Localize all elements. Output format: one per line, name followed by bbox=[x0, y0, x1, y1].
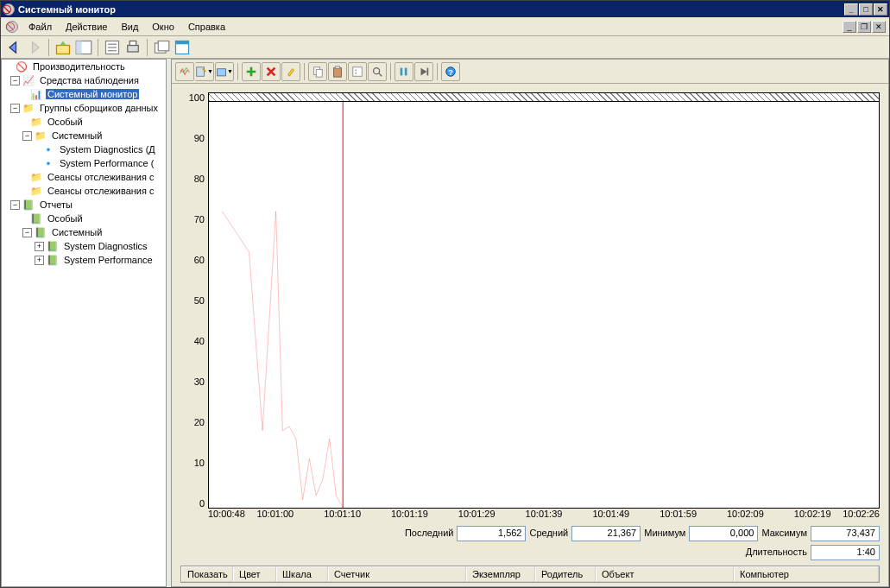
svg-rect-26 bbox=[427, 67, 429, 75]
tree-custom-1[interactable]: 📁 Особый bbox=[2, 115, 166, 129]
col-counter[interactable]: Счетчик bbox=[328, 566, 466, 582]
svg-rect-16 bbox=[316, 69, 322, 77]
new-window-button[interactable] bbox=[152, 38, 171, 57]
tree-root[interactable]: 🚫 Производительность bbox=[2, 60, 166, 73]
menu-help[interactable]: Справка bbox=[181, 20, 232, 34]
tree-system-1[interactable]: − 📁 Системный bbox=[2, 129, 166, 142]
view-log-button[interactable]: ▼ bbox=[195, 62, 214, 81]
collapse-icon[interactable]: − bbox=[22, 131, 32, 141]
stats-row-1: Последний 1,562 Средний 21,367 Минимум 0… bbox=[180, 524, 880, 543]
expand-icon[interactable]: + bbox=[35, 242, 44, 251]
svg-rect-8 bbox=[129, 41, 136, 45]
col-show[interactable]: Показать bbox=[181, 566, 233, 582]
tree-sys-perf-2[interactable]: + 📗 System Performance bbox=[2, 253, 166, 267]
freeze-button[interactable] bbox=[395, 62, 413, 81]
col-computer[interactable]: Компьютер bbox=[734, 566, 879, 582]
print-button[interactable] bbox=[123, 38, 142, 57]
menu-action[interactable]: Действие bbox=[59, 20, 114, 34]
max-value: 73,437 bbox=[811, 526, 880, 541]
menubar: Файл Действие Вид Окно Справка _ ❐ ✕ bbox=[1, 17, 889, 36]
duration-value: 1:40 bbox=[811, 545, 880, 560]
mdi-restore-button[interactable]: ❐ bbox=[857, 21, 871, 33]
svg-rect-19 bbox=[353, 66, 363, 76]
svg-rect-2 bbox=[76, 41, 81, 54]
tree-custom-2[interactable]: 📗 Особый bbox=[2, 212, 166, 225]
menu-window[interactable]: Окно bbox=[145, 20, 181, 34]
tree-panel[interactable]: 🚫 Производительность − 📈 Средства наблюд… bbox=[1, 59, 167, 587]
chart-toolbar: ▼ ▼ ? bbox=[172, 60, 888, 84]
col-color[interactable]: Цвет bbox=[233, 566, 276, 582]
tree-sys-perf-1[interactable]: 🔹 System Performance ( bbox=[2, 156, 166, 170]
svg-line-23 bbox=[379, 73, 382, 76]
collapse-icon[interactable]: − bbox=[10, 200, 20, 210]
svg-rect-12 bbox=[176, 41, 189, 44]
tree-trace-1[interactable]: 📁 Сеансы отслеживания с bbox=[2, 170, 166, 184]
remove-counter-button[interactable] bbox=[262, 62, 281, 81]
tree-collector-groups[interactable]: − 📁 Группы сборщиков данных bbox=[2, 101, 166, 115]
collapse-icon[interactable]: − bbox=[22, 228, 32, 237]
update-button[interactable] bbox=[414, 62, 433, 81]
highlight-button[interactable] bbox=[281, 62, 300, 81]
up-button[interactable] bbox=[54, 38, 73, 57]
avg-label: Средний bbox=[529, 526, 568, 541]
col-parent[interactable]: Родитель bbox=[535, 566, 596, 582]
maximize-button[interactable]: □ bbox=[859, 3, 873, 16]
svg-rect-17 bbox=[334, 67, 342, 77]
tree-sys-diag-2[interactable]: + 📗 System Diagnostics bbox=[2, 239, 166, 253]
menu-file[interactable]: Файл bbox=[22, 20, 59, 34]
refresh-button[interactable] bbox=[173, 38, 192, 57]
window-title: Системный монитор bbox=[18, 4, 844, 15]
folder-icon: 📁 bbox=[29, 185, 43, 197]
svg-point-20 bbox=[355, 69, 357, 71]
properties-button[interactable] bbox=[103, 38, 122, 57]
reports-icon: 📗 bbox=[22, 199, 35, 211]
tree-reports[interactable]: − 📗 Отчеты bbox=[2, 198, 166, 212]
reports-icon: 📗 bbox=[34, 226, 47, 238]
copy-button[interactable] bbox=[308, 62, 327, 81]
stats-row-2: Длительность 1:40 bbox=[180, 543, 880, 562]
menu-view[interactable]: Вид bbox=[114, 20, 145, 34]
mdi-minimize-button[interactable]: _ bbox=[843, 21, 856, 33]
show-hide-tree-button[interactable] bbox=[74, 38, 93, 57]
main-area: 🚫 Производительность − 📈 Средства наблюд… bbox=[1, 59, 889, 587]
close-button[interactable]: ✕ bbox=[874, 3, 887, 16]
counter-table[interactable]: Показать Цвет Шкала Счетчик Экземпляр Ро… bbox=[180, 566, 880, 583]
svg-rect-10 bbox=[158, 41, 169, 50]
x-axis: 10:00:4810:01:0010:01:1010:01:1910:01:29… bbox=[180, 509, 880, 524]
view-type-button[interactable]: ▼ bbox=[215, 62, 234, 81]
tree-system-2[interactable]: − 📗 Системный bbox=[2, 225, 166, 239]
menu-app-icon bbox=[6, 21, 18, 33]
svg-rect-7 bbox=[128, 45, 139, 52]
last-value: 1,562 bbox=[457, 526, 526, 541]
chart-header-hatch bbox=[208, 92, 880, 101]
col-instance[interactable]: Экземпляр bbox=[466, 566, 535, 582]
collapse-icon[interactable]: − bbox=[10, 104, 20, 113]
col-scale[interactable]: Шкала bbox=[276, 566, 328, 582]
svg-rect-14 bbox=[218, 68, 226, 75]
tree-sys-diag-1[interactable]: 🔹 System Diagnostics (Д bbox=[2, 142, 166, 156]
tree-monitoring-tools[interactable]: − 📈 Средства наблюдения bbox=[2, 73, 166, 87]
zoom-button[interactable] bbox=[368, 62, 387, 81]
max-label: Максимум bbox=[761, 526, 807, 541]
col-object[interactable]: Объект bbox=[596, 566, 734, 582]
paste-button[interactable] bbox=[328, 62, 347, 81]
svg-text:?: ? bbox=[448, 66, 453, 76]
view-current-button[interactable] bbox=[175, 62, 194, 81]
minimize-button[interactable]: _ bbox=[844, 3, 858, 16]
tree-trace-2[interactable]: 📁 Сеансы отслеживания с bbox=[2, 184, 166, 198]
help-button[interactable]: ? bbox=[441, 62, 460, 81]
mdi-close-button[interactable]: ✕ bbox=[872, 21, 886, 33]
tools-icon: 📈 bbox=[22, 74, 35, 86]
properties-button[interactable] bbox=[348, 62, 367, 81]
forward-button[interactable] bbox=[25, 38, 44, 57]
back-button[interactable] bbox=[4, 38, 23, 57]
add-counter-button[interactable] bbox=[242, 62, 261, 81]
chart-plot[interactable] bbox=[208, 101, 880, 509]
last-label: Последний bbox=[405, 526, 454, 541]
report-icon: 📗 bbox=[46, 240, 60, 252]
tree-system-monitor[interactable]: 📊 Системный монитор bbox=[2, 87, 166, 101]
duration-label: Длительность bbox=[746, 545, 807, 560]
expand-icon[interactable]: + bbox=[35, 256, 44, 265]
collector-icon: 🔹 bbox=[41, 143, 55, 155]
collapse-icon[interactable]: − bbox=[10, 76, 20, 85]
